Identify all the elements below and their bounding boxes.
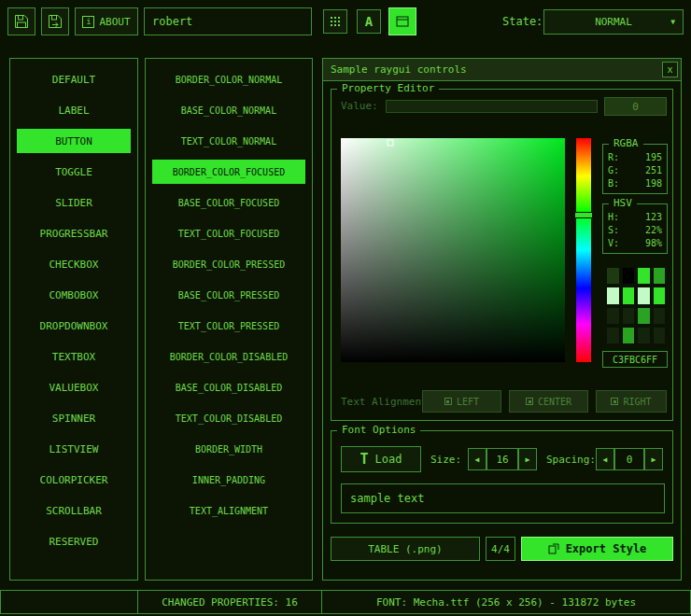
property-item[interactable]: BORDER_WIDTH — [152, 437, 305, 461]
save-style-as-button[interactable] — [41, 7, 69, 35]
color-picker-cursor[interactable] — [387, 139, 393, 146]
property-item[interactable]: BORDER_COLOR_DISABLED — [152, 344, 305, 369]
color-swatch[interactable] — [653, 327, 667, 344]
size-value[interactable]: 16 — [487, 448, 518, 470]
state-dropdown-value: NORMAL — [595, 16, 632, 28]
control-item-slider[interactable]: SLIDER — [17, 190, 131, 215]
color-swatch[interactable] — [606, 287, 620, 304]
property-item[interactable]: BASE_COLOR_FOCUSED — [152, 190, 305, 215]
control-item-spinner[interactable]: SPINNER — [17, 406, 131, 430]
property-item[interactable]: TEXT_ALIGNMENT — [152, 498, 305, 523]
rgba-red-row: R:195 — [608, 151, 662, 164]
about-button[interactable]: i ABOUT — [75, 7, 138, 35]
control-item-colorpicker[interactable]: COLORPICKER — [17, 468, 131, 492]
property-item[interactable]: BORDER_COLOR_PRESSED — [152, 252, 305, 276]
status-changed-properties: CHANGED PROPERTIES: 16 — [137, 590, 322, 614]
property-item[interactable]: TEXT_COLOR_FOCUSED — [152, 221, 305, 245]
color-swatch[interactable] — [653, 287, 667, 304]
value-label: Value: — [341, 100, 378, 112]
value-slider[interactable] — [386, 100, 598, 113]
align-right-button[interactable]: RIGHT — [596, 390, 667, 413]
property-item[interactable]: INNER_PADDING — [152, 468, 305, 492]
property-item[interactable]: BASE_COLOR_NORMAL — [152, 98, 305, 122]
window-titlebar[interactable]: Sample raygui controls x — [323, 59, 681, 81]
spacing-increase-button[interactable]: ▶ — [644, 448, 663, 470]
align-left-icon — [444, 398, 452, 405]
control-item-valuebox[interactable]: VALUEBOX — [17, 375, 131, 399]
chevron-down-icon: ▼ — [670, 18, 675, 26]
export-style-button[interactable]: Export Style — [521, 537, 673, 561]
status-font-info: FONT: Mecha.ttf (256 x 256) - 131872 byt… — [321, 590, 691, 614]
text-glyph-icon: T — [360, 451, 369, 468]
floppy-save-icon — [14, 14, 29, 29]
save-style-button[interactable] — [7, 7, 35, 35]
align-left-button[interactable]: LEFT — [422, 390, 501, 413]
floppy-export-icon — [48, 14, 63, 29]
control-item-label[interactable]: LABEL — [17, 98, 131, 122]
align-center-button[interactable]: CENTER — [509, 390, 588, 413]
close-button[interactable]: x — [662, 62, 678, 77]
color-picker-panel[interactable] — [341, 138, 565, 362]
color-swatch[interactable] — [653, 307, 667, 325]
color-swatch[interactable] — [637, 267, 651, 285]
control-item-toggle[interactable]: TOGGLE — [17, 160, 131, 184]
state-dropdown[interactable]: NORMAL ▼ — [543, 9, 684, 35]
hsv-hue-row: H:123 — [608, 211, 662, 224]
size-increase-button[interactable]: ▶ — [518, 448, 537, 470]
color-swatch[interactable] — [622, 307, 636, 325]
hsv-title: HSV — [609, 197, 637, 210]
hsv-group: HSV H:123 S:22% V:98% — [602, 203, 668, 254]
color-swatch[interactable] — [637, 307, 651, 325]
property-item[interactable]: BASE_COLOR_PRESSED — [152, 283, 305, 307]
color-swatch[interactable] — [622, 267, 636, 285]
font-options-group: Font Options T Load Size: ◀ 16 ▶ Spacing… — [331, 430, 673, 524]
property-item[interactable]: TEXT_COLOR_DISABLED — [152, 406, 305, 430]
property-item[interactable]: BASE_COLOR_DISABLED — [152, 375, 305, 399]
export-format-button[interactable]: TABLE (.png) — [331, 537, 480, 561]
control-item-scrollbar[interactable]: SCROLLBAR — [17, 498, 131, 523]
hue-slider-handle[interactable] — [574, 212, 593, 218]
property-item[interactable]: TEXT_COLOR_PRESSED — [152, 314, 305, 338]
control-item-progressbar[interactable]: PROGRESSBAR — [17, 221, 131, 245]
color-swatch[interactable] — [637, 327, 651, 344]
sample-text-input[interactable]: sample text — [341, 483, 665, 513]
control-item-combobox[interactable]: COMBOBOX — [17, 283, 131, 307]
info-icon: i — [82, 16, 94, 28]
hue-slider[interactable] — [576, 138, 591, 362]
color-swatch[interactable] — [622, 327, 636, 344]
value-button[interactable]: 0 — [604, 97, 667, 116]
align-right-icon — [611, 398, 618, 405]
color-swatch[interactable] — [622, 287, 636, 304]
text-alignment-label: Text Alignment — [341, 396, 428, 408]
status-empty-cell — [0, 590, 138, 614]
control-item-dropdownbox[interactable]: DROPDOWNBOX — [17, 314, 131, 338]
control-item-checkbox[interactable]: CHECKBOX — [17, 252, 131, 276]
control-item-default[interactable]: DEFAULT — [17, 67, 131, 91]
grid-toggle-button[interactable] — [323, 9, 347, 34]
table-view-button[interactable] — [388, 7, 416, 35]
control-item-button[interactable]: BUTTON — [17, 129, 131, 153]
font-load-button[interactable]: T Load — [341, 446, 421, 472]
hex-value-box[interactable]: C3FBC6FF — [602, 351, 668, 368]
size-decrease-button[interactable]: ◀ — [468, 448, 487, 470]
spacing-decrease-button[interactable]: ◀ — [596, 448, 614, 470]
rgba-blue-row: B:198 — [608, 177, 662, 190]
property-editor-title: Property Editor — [337, 82, 439, 95]
property-item[interactable]: BORDER_COLOR_NORMAL — [152, 67, 305, 91]
property-item-selected[interactable]: BORDER_COLOR_FOCUSED — [152, 160, 305, 184]
style-name-input[interactable] — [144, 7, 312, 35]
color-swatch[interactable] — [637, 287, 651, 304]
spacing-value[interactable]: 0 — [614, 448, 644, 470]
grid-icon — [330, 16, 341, 27]
control-item-textbox[interactable]: TEXTBOX — [17, 344, 131, 369]
color-swatch[interactable] — [606, 327, 620, 344]
property-item[interactable]: TEXT_COLOR_NORMAL — [152, 129, 305, 153]
color-swatch[interactable] — [606, 307, 620, 325]
sample-controls-window: Sample raygui controls x Property Editor… — [322, 58, 682, 581]
color-swatch[interactable] — [606, 267, 620, 285]
control-item-reserved[interactable]: RESERVED — [17, 529, 131, 553]
font-mode-button[interactable]: A — [357, 9, 381, 34]
color-swatch[interactable] — [653, 267, 667, 285]
properties-list: BORDER_COLOR_NORMAL BASE_COLOR_NORMAL TE… — [145, 58, 313, 581]
control-item-listview[interactable]: LISTVIEW — [17, 437, 131, 461]
